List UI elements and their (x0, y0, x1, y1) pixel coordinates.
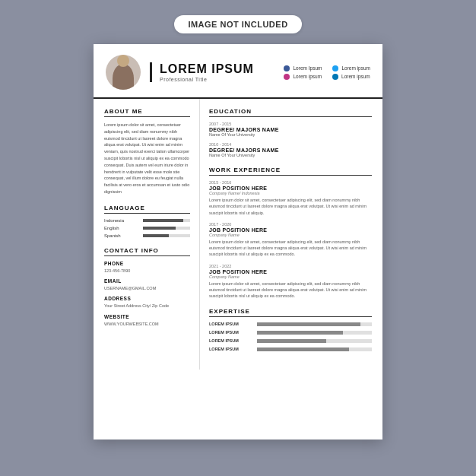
about-section: ABOUT ME Lorem ipsum dolor sit amet, con… (104, 108, 190, 195)
work-company: Company Name/ Indonesia (209, 191, 372, 195)
lang-bar-bg (143, 234, 190, 237)
lang-name: English (104, 226, 138, 230)
email-label: EMAIL (104, 278, 190, 284)
linkedin-icon (332, 74, 338, 80)
education-section: EDUCATION 2007 - 2015 DEGREE/ MAJORS NAM… (209, 108, 372, 157)
name-block: LOREM IPSUM Professional Title (150, 62, 254, 82)
work-year: 2021 - 2022 (209, 264, 372, 268)
work-desc: Lorem ipsum dolor sit amet, consectetuer… (209, 239, 372, 258)
expertise-bar-bg (257, 331, 372, 335)
avatar-head (117, 55, 129, 67)
expertise-item: LOREM IPSUM (209, 338, 372, 343)
contact-item-fb: Lorem Ipsum (284, 65, 322, 71)
expertise-bar-fill (257, 331, 343, 335)
contact-item-li: Lorem ipsum (332, 74, 370, 80)
language-title: LANGUAGE (104, 205, 190, 214)
expertise-name: LOREM IPSUM (209, 338, 251, 343)
education-title: EDUCATION (209, 108, 372, 117)
contact-header-row-2: Lorem ipsum Lorem ipsum (284, 74, 370, 80)
resume-title: Professional Title (160, 77, 254, 82)
facebook-icon (284, 65, 290, 71)
lang-name: Spanish (104, 233, 138, 238)
phone-value: 123-456-7890 (104, 268, 190, 274)
resume-card: LOREM IPSUM Professional Title Lorem Ips… (94, 44, 382, 440)
instagram-icon (284, 74, 290, 80)
expertise-name: LOREM IPSUM (209, 322, 251, 326)
expertise-bar-fill (257, 322, 360, 326)
education-list: 2007 - 2015 DEGREE/ MAJORS NAME Name Of … (209, 122, 372, 157)
work-position: JOB POSITION HERE (209, 186, 372, 191)
twitter-icon (332, 65, 338, 71)
work-item: 2015 - 2016 JOB POSITION HERE Company Na… (209, 180, 372, 216)
expertise-item: LOREM IPSUM (209, 322, 372, 326)
work-title: WORK EXPERIENCE (209, 167, 372, 176)
work-item: 2021 - 2022 JOB POSITION HERE Company Na… (209, 264, 372, 300)
expertise-bar-bg (257, 322, 372, 326)
avatar-body (113, 64, 134, 90)
left-column: ABOUT ME Lorem ipsum dolor sit amet, con… (94, 99, 200, 370)
edu-degree: DEGREE/ MAJORS NAME (209, 127, 372, 132)
language-item: Indonesia (104, 218, 190, 223)
edu-degree: DEGREE/ MAJORS NAME (209, 148, 372, 153)
contact-fb-label: Lorem Ipsum (293, 65, 322, 71)
contact-item-tw: Lorem ipsum (332, 65, 370, 71)
expertise-bar-fill (257, 347, 349, 351)
edu-year: 2007 - 2015 (209, 122, 372, 126)
expertise-name: LOREM IPSUM (209, 347, 251, 351)
contact-tw-label: Lorem ipsum (341, 65, 370, 71)
work-desc: Lorem ipsum dolor sit amet, consectetuer… (209, 281, 372, 300)
contact-ig-label: Lorem ipsum (293, 74, 322, 79)
avatar (106, 55, 141, 90)
resume-header: LOREM IPSUM Professional Title Lorem Ips… (94, 44, 382, 99)
lang-bar-fill (143, 227, 176, 230)
contact-item-ig: Lorem ipsum (284, 74, 322, 80)
about-text: Lorem ipsum dolor sit amet, consectetuer… (104, 122, 190, 195)
resume-name: LOREM IPSUM (160, 62, 254, 76)
lang-name: Indonesia (104, 218, 138, 223)
expertise-bar-bg (257, 339, 372, 343)
expertise-item: LOREM IPSUM (209, 347, 372, 351)
education-item: 2007 - 2015 DEGREE/ MAJORS NAME Name Of … (209, 122, 372, 137)
work-section: WORK EXPERIENCE 2015 - 2016 JOB POSITION… (209, 167, 372, 299)
work-position: JOB POSITION HERE (209, 269, 372, 274)
expertise-item: LOREM IPSUM (209, 330, 372, 335)
lang-bar-bg (143, 219, 190, 222)
lang-bar-fill (143, 234, 169, 237)
image-not-included-badge: IMAGE NOT INCLUDED (174, 15, 301, 33)
lang-bar-bg (143, 227, 190, 230)
about-title: ABOUT ME (104, 108, 190, 117)
website-value: WWW.YOURWEBSITE.COM (104, 321, 190, 327)
website-label: WEBSITE (104, 314, 190, 319)
expertise-name: LOREM IPSUM (209, 330, 251, 335)
work-desc: Lorem ipsum dolor sit amet, consectetuer… (209, 197, 372, 216)
work-company: Company Name (209, 274, 372, 279)
work-position: JOB POSITION HERE (209, 227, 372, 233)
language-list: Indonesia English Spanish (104, 218, 190, 238)
work-list: 2015 - 2016 JOB POSITION HERE Company Na… (209, 180, 372, 299)
contact-li-label: Lorem ipsum (341, 74, 370, 79)
work-year: 2017 - 2020 (209, 222, 372, 227)
expertise-bar-bg (257, 347, 372, 351)
language-section: LANGUAGE Indonesia English Spanish (104, 205, 190, 238)
lang-bar-fill (143, 219, 183, 222)
expertise-title: Expertise (209, 308, 372, 317)
edu-school: Name Of Your University (209, 132, 372, 137)
right-column: EDUCATION 2007 - 2015 DEGREE/ MAJORS NAM… (200, 99, 382, 370)
language-item: English (104, 226, 190, 230)
contact-header: Lorem Ipsum Lorem ipsum Lorem ipsum Lore… (284, 65, 370, 80)
expertise-section: Expertise LOREM IPSUM LOREM IPSUM LOREM … (209, 308, 372, 351)
edu-school: Name Of Your University (209, 153, 372, 157)
contact-title: CONTACT INFO (104, 247, 190, 256)
education-item: 2010 - 2014 DEGREE/ MAJORS NAME Name Of … (209, 142, 372, 157)
phone-label: PHONE (104, 261, 190, 266)
email-value: USERNAME@GMAIL.COM (104, 285, 190, 291)
work-item: 2017 - 2020 JOB POSITION HERE Company Na… (209, 222, 372, 258)
work-company: Company Name (209, 233, 372, 237)
contact-section: CONTACT INFO PHONE 123-456-7890 EMAIL US… (104, 247, 190, 327)
edu-year: 2010 - 2014 (209, 142, 372, 147)
work-year: 2015 - 2016 (209, 180, 372, 185)
language-item: Spanish (104, 233, 190, 238)
address-value: Your Street Address City/ Zip Code (104, 303, 190, 309)
expertise-list: LOREM IPSUM LOREM IPSUM LOREM IPSUM LORE… (209, 322, 372, 351)
resume-body: ABOUT ME Lorem ipsum dolor sit amet, con… (94, 99, 382, 370)
